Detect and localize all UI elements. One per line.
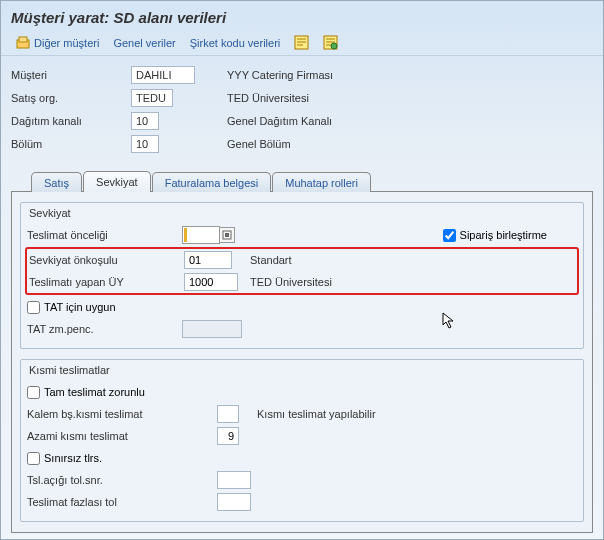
tab-panel-shipping: Sevkiyat Teslimat önceliği Si bbox=[11, 192, 593, 533]
order-combine-checkbox[interactable] bbox=[443, 229, 456, 242]
svg-rect-6 bbox=[225, 233, 229, 237]
general-data-label: Genel veriler bbox=[113, 37, 175, 49]
deliv-plant-input[interactable] bbox=[184, 273, 238, 291]
tat-suitable-check[interactable]: TAT için uygun bbox=[27, 301, 116, 314]
ship-cond-desc: Standart bbox=[250, 254, 292, 266]
svg-point-4 bbox=[331, 43, 337, 49]
complete-delivery-checkbox[interactable] bbox=[27, 386, 40, 399]
other-customer-button[interactable]: Diğer müşteri bbox=[16, 35, 99, 49]
unlimited-tol-label: Sınırsız tlrs. bbox=[44, 452, 102, 464]
under-tol-input[interactable] bbox=[217, 471, 251, 489]
sales-org-input[interactable] bbox=[131, 89, 173, 107]
dist-channel-input[interactable] bbox=[131, 112, 159, 130]
header-fields: Müşteri YYY Catering Firması Satış org. … bbox=[1, 56, 603, 164]
division-label: Bölüm bbox=[11, 138, 131, 150]
unlimited-tol-check[interactable]: Sınırsız tlrs. bbox=[27, 452, 102, 465]
delivery-priority-input[interactable] bbox=[182, 226, 220, 244]
search-help-button[interactable] bbox=[219, 227, 235, 243]
tab-sales[interactable]: Satış bbox=[31, 172, 82, 192]
sales-org-desc: TED Üniversitesi bbox=[227, 92, 309, 104]
shipping-groupbox: Sevkiyat Teslimat önceliği Si bbox=[20, 202, 584, 349]
sales-org-label: Satış org. bbox=[11, 92, 131, 104]
deliv-plant-desc: TED Üniversitesi bbox=[250, 276, 332, 288]
item-partial-input[interactable] bbox=[217, 405, 239, 423]
tab-billing[interactable]: Faturalama belgesi bbox=[152, 172, 272, 192]
dist-channel-desc: Genel Dağıtım Kanalı bbox=[227, 115, 332, 127]
cursor-icon bbox=[442, 312, 456, 333]
customer-input[interactable] bbox=[131, 66, 195, 84]
toolbar-icon-1[interactable] bbox=[294, 35, 309, 50]
unlimited-tol-checkbox[interactable] bbox=[27, 452, 40, 465]
partial-group-title: Kısmi teslimatlar bbox=[27, 362, 577, 381]
svg-rect-1 bbox=[19, 37, 27, 42]
under-tol-label: Tsl.açığı tol.snr. bbox=[27, 474, 217, 486]
tat-window-label: TAT zm.penc. bbox=[27, 323, 182, 335]
highlight-box: Sevkiyat önkoşulu Standart Teslimatı yap… bbox=[25, 247, 579, 295]
toolbar-icon-2[interactable] bbox=[323, 35, 338, 50]
shipping-group-title: Sevkiyat bbox=[27, 205, 577, 224]
partial-groupbox: Kısmi teslimatlar Tam teslimat zorunlu K… bbox=[20, 359, 584, 522]
other-customer-icon bbox=[16, 35, 30, 49]
over-tol-input[interactable] bbox=[217, 493, 251, 511]
max-partial-label: Azami kısmı teslimat bbox=[27, 430, 217, 442]
deliv-plant-label: Teslimatı yapan ÜY bbox=[29, 276, 184, 288]
order-combine-check[interactable]: Sipariş birleştirme bbox=[443, 229, 547, 242]
tat-suitable-checkbox[interactable] bbox=[27, 301, 40, 314]
ship-cond-label: Sevkiyat önkoşulu bbox=[29, 254, 184, 266]
ship-cond-input[interactable] bbox=[184, 251, 232, 269]
order-combine-label: Sipariş birleştirme bbox=[460, 229, 547, 241]
item-partial-label: Kalem bş.kısmi teslimat bbox=[27, 408, 217, 420]
tabstrip: Satış Sevkiyat Faturalama belgesi Muhata… bbox=[11, 170, 593, 192]
dist-channel-label: Dağıtım kanalı bbox=[11, 115, 131, 127]
division-desc: Genel Bölüm bbox=[227, 138, 291, 150]
customer-desc: YYY Catering Firması bbox=[227, 69, 333, 81]
tat-suitable-label: TAT için uygun bbox=[44, 301, 116, 313]
company-code-data-label: Şirket kodu verileri bbox=[190, 37, 280, 49]
complete-delivery-label: Tam teslimat zorunlu bbox=[44, 386, 145, 398]
item-partial-desc: Kısmı teslimat yapılabilir bbox=[257, 408, 376, 420]
page-title: Müşteri yarat: SD alanı verileri bbox=[11, 9, 226, 26]
division-input[interactable] bbox=[131, 135, 159, 153]
tab-shipping[interactable]: Sevkiyat bbox=[83, 171, 151, 192]
tat-window-input[interactable] bbox=[182, 320, 242, 338]
over-tol-label: Teslimat fazlası tol bbox=[27, 496, 217, 508]
delivery-priority-label: Teslimat önceliği bbox=[27, 229, 182, 241]
max-partial-input[interactable] bbox=[217, 427, 239, 445]
general-data-button[interactable]: Genel veriler bbox=[113, 37, 175, 49]
company-code-data-button[interactable]: Şirket kodu verileri bbox=[190, 37, 280, 49]
toolbar: Diğer müşteri Genel veriler Şirket kodu … bbox=[1, 30, 603, 56]
tab-partner[interactable]: Muhatap rolleri bbox=[272, 172, 371, 192]
customer-label: Müşteri bbox=[11, 69, 131, 81]
other-customer-label: Diğer müşteri bbox=[34, 37, 99, 49]
complete-delivery-check[interactable]: Tam teslimat zorunlu bbox=[27, 386, 145, 399]
